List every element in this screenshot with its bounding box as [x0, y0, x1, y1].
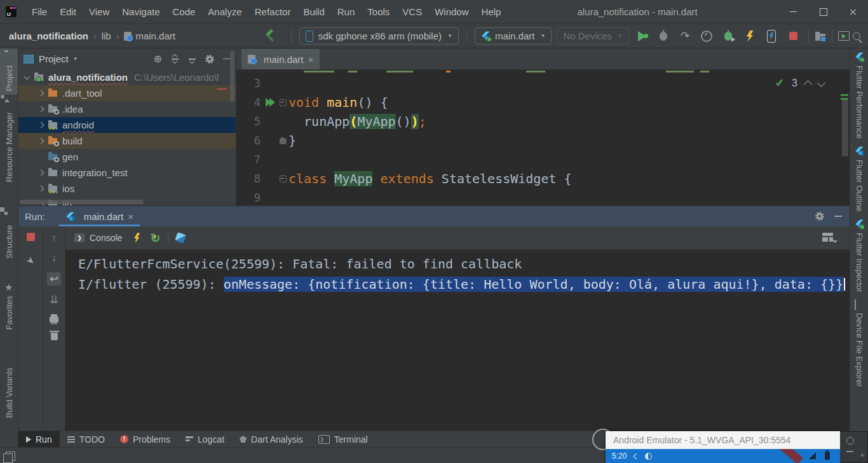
layout-options-icon[interactable] — [822, 233, 833, 242]
toolwindow-tab-terminal[interactable]: Terminal — [311, 431, 376, 447]
breadcrumb-item[interactable]: main.dart — [135, 31, 175, 41]
tree-chevron-icon[interactable] — [24, 73, 31, 79]
menu-build[interactable]: Build — [297, 1, 330, 24]
profiler-button[interactable] — [700, 30, 713, 43]
run-main-icon[interactable] — [266, 98, 275, 107]
tree-row-ios[interactable]: ios — [18, 181, 236, 197]
project-panel-title[interactable]: Project — [39, 53, 69, 64]
sidebar-item-flutter-performance[interactable]: Flutter Performance — [855, 48, 864, 142]
menu-navigate[interactable]: Navigate — [116, 1, 166, 24]
expand-all-icon[interactable] — [171, 55, 179, 63]
close-tab-icon[interactable]: × — [128, 211, 133, 222]
emulator-title-bar[interactable]: Android Emulator - 5.1_WVGA_API_30:5554 — [606, 431, 840, 449]
build-hammer-icon[interactable] — [264, 30, 277, 43]
up-stack-trace-icon[interactable]: ↑ — [51, 233, 57, 244]
menu-vcs[interactable]: VCS — [396, 1, 428, 24]
run-tab-main-dart[interactable]: main.dart × — [59, 206, 140, 226]
console-tab[interactable]: Console — [74, 233, 122, 243]
breadcrumb-item[interactable]: lib — [102, 31, 111, 41]
tree-chevron-icon[interactable] — [38, 90, 44, 97]
run-button[interactable] — [635, 30, 648, 43]
tree-row-build[interactable]: build — [18, 133, 236, 149]
tree-horizontal-scrollbar[interactable] — [20, 200, 144, 204]
gear-icon[interactable] — [205, 55, 214, 64]
collapse-all-icon[interactable] — [188, 55, 196, 63]
run-config-selector[interactable]: main.dart ▼ — [475, 27, 552, 45]
menu-edit[interactable]: Edit — [53, 1, 83, 24]
breadcrumb-item[interactable]: alura_notification — [9, 31, 88, 41]
menu-code[interactable]: Code — [166, 1, 201, 24]
menu-file[interactable]: File — [25, 1, 53, 24]
sidebar-item-build-variants[interactable]: Build Variants — [4, 350, 14, 422]
toolwindow-tab-dart-analysis[interactable]: Dart Analysis — [232, 431, 311, 447]
tree-chevron-icon[interactable] — [38, 138, 44, 144]
hot-reload-lightning-icon[interactable] — [133, 233, 140, 243]
menu-run[interactable]: Run — [331, 1, 362, 24]
minimize-button[interactable] — [778, 0, 808, 24]
tree-row-alura_notification[interactable]: alura_notificationC:\Users\Leonardo\l — [18, 69, 236, 85]
sidebar-item-structure[interactable]: Structure — [4, 208, 14, 263]
tree-chevron-icon[interactable] — [38, 122, 44, 128]
menu-analyze[interactable]: Analyze — [201, 1, 248, 24]
tree-row-integration_test[interactable]: integration_test — [18, 165, 236, 181]
menu-window[interactable]: Window — [428, 1, 475, 24]
tree-chevron-icon[interactable] — [38, 170, 44, 176]
emulator-side-toolbar[interactable]: + — [840, 431, 868, 463]
tree-row-gen[interactable]: gen — [18, 149, 236, 165]
inspection-widget[interactable]: ✓ 3 — [775, 76, 824, 90]
tree-vertical-scrollbar[interactable] — [230, 51, 234, 102]
editor-tab-main-dart[interactable]: main.dart × — [241, 49, 320, 69]
tree-row-dot-dart_tool[interactable]: .dart_tool — [18, 85, 236, 101]
print-icon[interactable] — [50, 317, 58, 322]
tree-row-dot-idea[interactable]: .idea — [18, 101, 236, 117]
flutter-attach-button[interactable] — [765, 30, 778, 43]
pin-icon[interactable]: ➤ — [24, 254, 37, 268]
sidebar-item-favorites[interactable]: ★Favorites — [4, 279, 14, 333]
attach-debugger-button[interactable] — [722, 30, 735, 43]
menu-help[interactable]: Help — [475, 1, 508, 24]
prev-problem-icon[interactable] — [804, 80, 812, 88]
scroll-to-end-icon[interactable]: ⇊ — [50, 294, 58, 305]
sidebar-item-project[interactable]: Project — [0, 48, 18, 95]
tree-chevron-icon[interactable] — [38, 106, 44, 113]
down-stack-trace-icon[interactable]: ↓ — [51, 252, 57, 263]
toolwindow-tab-todo[interactable]: TODO — [60, 431, 112, 447]
profile-button[interactable]: ↷ — [679, 30, 691, 43]
sidebar-item-flutter-inspector[interactable]: Flutter Inspector — [855, 216, 864, 296]
editor-scrollbar[interactable] — [842, 99, 848, 156]
menu-refactor[interactable]: Refactor — [248, 1, 297, 24]
console-output[interactable]: E/FlutterFcmService(25599): Fatal: faile… — [65, 250, 850, 431]
toolwindow-tab-problems[interactable]: !Problems — [112, 431, 178, 447]
fold-marker[interactable] — [280, 99, 287, 106]
locate-file-icon[interactable]: ⊕ — [154, 54, 162, 64]
clear-console-icon[interactable] — [51, 333, 58, 340]
soft-wrap-icon[interactable]: ↩ — [47, 272, 61, 286]
hot-restart-icon[interactable]: ↻ — [150, 232, 160, 244]
gear-icon[interactable] — [815, 212, 824, 221]
tool-window-switcher-icon[interactable] — [6, 452, 15, 461]
hot-reload-button[interactable] — [743, 30, 756, 43]
sidebar-item-resource-manager[interactable]: Resource Manager — [4, 95, 14, 186]
device-manager-button[interactable] — [814, 30, 827, 43]
fold-marker[interactable] — [280, 176, 287, 183]
dart-devtools-icon[interactable] — [175, 232, 186, 244]
menu-tools[interactable]: Tools — [361, 1, 396, 24]
stop-button[interactable] — [787, 30, 799, 43]
sidebar-item-flutter-outline[interactable]: Flutter Outline — [855, 142, 864, 216]
toolwindow-tab-logcat[interactable]: Logcat — [178, 431, 232, 447]
stop-icon[interactable] — [27, 233, 35, 241]
running-devices-button[interactable] — [837, 30, 850, 43]
editor-body[interactable]: 34void main() {5 runApp(MyApp());6}78cla… — [236, 70, 850, 205]
device-selector[interactable]: sdk gphone x86 arm (mobile) ▼ — [299, 27, 459, 45]
android-emulator-window[interactable]: Android Emulator - 5.1_WVGA_API_30:5554 … — [606, 431, 868, 463]
target-device-selector[interactable]: No Devices ▼ — [557, 27, 629, 45]
search-everywhere-button[interactable] — [850, 30, 863, 43]
tree-row-android[interactable]: android — [18, 117, 236, 133]
menu-view[interactable]: View — [83, 1, 116, 24]
sidebar-item-device-file-explorer[interactable]: Device File Explorer — [855, 296, 864, 390]
tree-chevron-icon[interactable] — [38, 186, 44, 192]
maximize-button[interactable] — [808, 0, 838, 24]
fold-marker[interactable] — [280, 137, 287, 144]
hide-panel-icon[interactable] — [834, 216, 842, 217]
debug-button[interactable] — [657, 30, 670, 43]
